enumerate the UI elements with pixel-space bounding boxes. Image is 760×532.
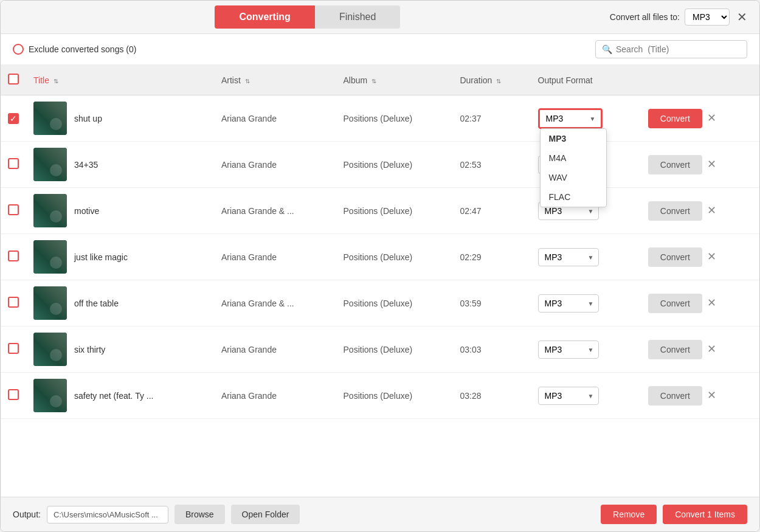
- convert-items-button[interactable]: Convert 1 Items: [663, 505, 747, 524]
- app-window: Converting Finished Convert all files to…: [0, 0, 760, 532]
- search-input[interactable]: [616, 44, 741, 54]
- close-button[interactable]: ✕: [734, 7, 750, 27]
- row-checkbox-cell: ✓: [1, 95, 26, 142]
- format-cell: MP3 M4A WAV FLAC MP3 M4A WAV FLAC: [531, 95, 641, 142]
- artist-cell: Ariana Grande: [214, 326, 336, 373]
- song-title-cell: motive: [26, 188, 214, 234]
- header-output-format: Output Format: [531, 65, 641, 95]
- header-checkbox[interactable]: [8, 74, 19, 85]
- exclude-radio[interactable]: [13, 44, 24, 55]
- artist-cell: Ariana Grande: [214, 142, 336, 188]
- format-cell: MP3M4AWAVFLAC: [531, 280, 641, 326]
- row-checkbox[interactable]: ✓: [8, 113, 19, 124]
- header-album[interactable]: Album ⇅: [336, 65, 453, 95]
- output-path: C:\Users\micso\AMusicSoft ...: [47, 506, 168, 523]
- convert-button[interactable]: Convert: [648, 155, 702, 174]
- dropdown-option-flac[interactable]: FLAC: [541, 187, 606, 207]
- song-title-cell: 34+35: [26, 142, 214, 188]
- album-art: [33, 286, 67, 320]
- format-select[interactable]: MP3M4AWAVFLAC: [538, 294, 599, 313]
- tab-converting[interactable]: Converting: [215, 5, 314, 29]
- remove-row-button[interactable]: ✕: [705, 109, 719, 127]
- remove-button[interactable]: Remove: [601, 505, 657, 524]
- convert-button[interactable]: Convert: [648, 201, 702, 221]
- artist-cell: Ariana Grande & ...: [214, 280, 336, 326]
- row-checkbox[interactable]: [8, 343, 19, 354]
- convert-button[interactable]: Convert: [648, 247, 702, 267]
- format-dropdown-wrapper: MP3M4AWAVFLAC: [538, 248, 599, 266]
- album-cell: Positions (Deluxe): [336, 188, 453, 234]
- remove-row-button[interactable]: ✕: [705, 386, 719, 404]
- title-sort-icon: ⇅: [54, 78, 58, 85]
- browse-button[interactable]: Browse: [174, 505, 225, 524]
- open-folder-button[interactable]: Open Folder: [231, 505, 300, 524]
- row-checkbox[interactable]: [8, 297, 19, 308]
- row-checkbox[interactable]: [8, 389, 19, 400]
- remove-row-button[interactable]: ✕: [705, 294, 719, 312]
- header-checkbox-cell: [1, 65, 26, 95]
- convert-button[interactable]: Convert: [648, 294, 702, 313]
- row-checkbox[interactable]: [8, 158, 19, 169]
- album-cell: Positions (Deluxe): [336, 373, 453, 419]
- table-header-row: Title ⇅ Artist ⇅ Album ⇅ Duration ⇅: [1, 65, 759, 95]
- output-label: Output:: [13, 510, 41, 519]
- song-title: six thirty: [74, 345, 105, 354]
- format-select-header[interactable]: MP3 M4A WAV FLAC: [685, 9, 730, 26]
- duration-cell: 02:53: [452, 142, 530, 188]
- song-title: motive: [74, 206, 99, 216]
- album-cell: Positions (Deluxe): [336, 326, 453, 373]
- duration-sort-icon: ⇅: [496, 78, 501, 85]
- format-select[interactable]: MP3M4AWAVFLAC: [538, 340, 599, 359]
- song-title: safety net (feat. Ty ...: [74, 391, 153, 401]
- format-select[interactable]: MP3 M4A WAV FLAC: [540, 110, 601, 127]
- convert-button[interactable]: Convert: [648, 109, 702, 128]
- table-row: off the table Ariana Grande & ... Positi…: [1, 280, 759, 326]
- song-title-cell: safety net (feat. Ty ...: [26, 373, 214, 419]
- dropdown-option-mp3[interactable]: MP3: [541, 129, 606, 148]
- album-art: [33, 148, 67, 181]
- album-art: [33, 240, 67, 274]
- row-checkbox[interactable]: [8, 250, 19, 261]
- format-select[interactable]: MP3M4AWAVFLAC: [538, 248, 599, 266]
- remove-row-button[interactable]: ✕: [705, 201, 719, 219]
- remove-row-button[interactable]: ✕: [705, 340, 719, 358]
- header-artist[interactable]: Artist ⇅: [214, 65, 336, 95]
- album-cell: Positions (Deluxe): [336, 234, 453, 280]
- song-title: just like magic: [74, 252, 128, 262]
- footer-right: Remove Convert 1 Items: [601, 505, 747, 524]
- convert-all-section: Convert all files to: MP3 M4A WAV FLAC ✕: [610, 7, 750, 27]
- format-dropdown-wrapper: MP3 M4A WAV FLAC MP3 M4A WAV FLAC: [538, 108, 603, 129]
- header-duration[interactable]: Duration ⇅: [452, 65, 530, 95]
- header-title[interactable]: Title ⇅: [26, 65, 214, 95]
- action-cell: Convert ✕: [641, 188, 759, 234]
- tab-group: Converting Finished: [10, 5, 605, 29]
- remove-row-button[interactable]: ✕: [705, 155, 719, 173]
- song-title-cell: six thirty: [26, 326, 214, 373]
- duration-cell: 03:28: [452, 373, 530, 419]
- table-row: 34+35 Ariana Grande Positions (Deluxe) 0…: [1, 142, 759, 188]
- song-title-cell: off the table: [26, 280, 214, 326]
- song-title-cell: just like magic: [26, 234, 214, 280]
- dropdown-option-wav[interactable]: WAV: [541, 168, 606, 187]
- convert-button[interactable]: Convert: [648, 340, 702, 359]
- duration-cell: 02:29: [452, 234, 530, 280]
- table-row: safety net (feat. Ty ... Ariana Grande P…: [1, 373, 759, 419]
- convert-all-label: Convert all files to:: [610, 12, 680, 22]
- format-dropdown-wrapper: MP3M4AWAVFLAC: [538, 294, 599, 313]
- format-cell: MP3M4AWAVFLAC: [531, 373, 641, 419]
- table-body: ✓ shut up Ariana Grande Positions (Delux…: [1, 95, 759, 419]
- song-title: 34+35: [74, 160, 98, 170]
- table-row: just like magic Ariana Grande Positions …: [1, 234, 759, 280]
- convert-button[interactable]: Convert: [648, 386, 702, 406]
- format-select[interactable]: MP3M4AWAVFLAC: [538, 387, 599, 405]
- duration-cell: 03:03: [452, 326, 530, 373]
- table-row: six thirty Ariana Grande Positions (Delu…: [1, 326, 759, 373]
- song-cell: shut up: [33, 102, 207, 135]
- row-checkbox[interactable]: [8, 204, 19, 215]
- artist-cell: Ariana Grande: [214, 95, 336, 142]
- album-cell: Positions (Deluxe): [336, 95, 453, 142]
- action-cell: Convert ✕: [641, 326, 759, 373]
- remove-row-button[interactable]: ✕: [705, 247, 719, 266]
- tab-finished[interactable]: Finished: [315, 5, 400, 29]
- dropdown-option-m4a[interactable]: M4A: [541, 148, 606, 168]
